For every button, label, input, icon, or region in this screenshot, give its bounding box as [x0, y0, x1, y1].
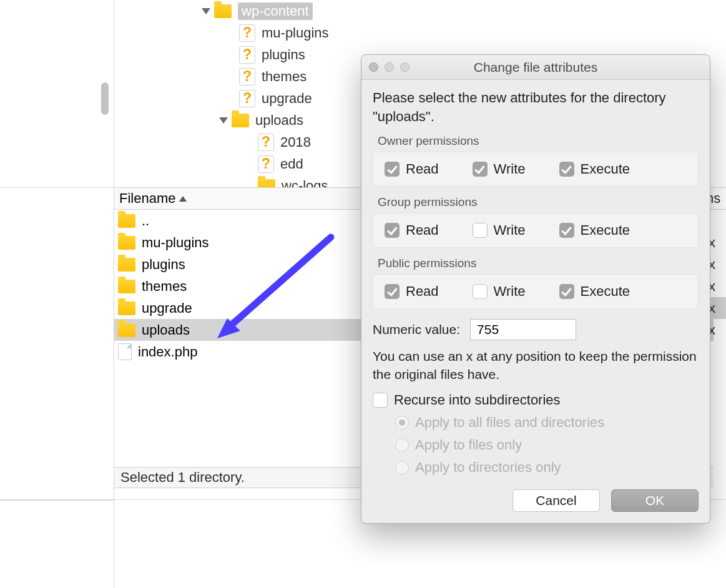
tree-label: plugins — [262, 47, 305, 63]
public-write-checkbox[interactable]: Write — [473, 283, 526, 300]
folder-icon — [232, 114, 249, 127]
tree-label: 2018 — [280, 134, 311, 150]
unknown-file-icon — [258, 155, 274, 173]
radio-icon — [395, 416, 409, 429]
numeric-hint: You can use an x at any position to keep… — [373, 348, 699, 383]
public-permissions-group: Public permissions Read Write Execute — [373, 254, 699, 309]
numeric-value-label: Numeric value: — [373, 322, 460, 337]
file-icon — [118, 343, 132, 360]
owner-permissions-group: Owner permissions Read Write Execute — [373, 132, 699, 187]
folder-icon — [118, 323, 135, 337]
column-header-filename[interactable]: Filename — [119, 190, 175, 207]
numeric-value-input[interactable] — [470, 319, 576, 340]
status-text: Selected 1 directory. — [120, 469, 245, 486]
tree-label: mu-plugins — [262, 25, 329, 41]
folder-icon — [214, 4, 232, 18]
checkbox-icon — [559, 284, 574, 299]
folder-icon — [118, 280, 135, 293]
group-label: Owner permissions — [373, 132, 699, 152]
sort-ascending-icon — [179, 196, 187, 202]
owner-read-checkbox[interactable]: Read — [385, 161, 439, 177]
checkbox-icon — [385, 223, 400, 238]
public-execute-checkbox[interactable]: Execute — [559, 283, 630, 300]
scrollbar-thumb[interactable] — [101, 82, 109, 115]
radio-icon — [395, 461, 409, 474]
owner-write-checkbox[interactable]: Write — [473, 161, 526, 177]
radio-apply-all: Apply to all files and directories — [395, 414, 699, 431]
checkbox-icon — [559, 162, 574, 177]
group-execute-checkbox[interactable]: Execute — [559, 222, 630, 238]
file-name: index.php — [138, 344, 197, 360]
group-write-checkbox[interactable]: Write — [473, 222, 526, 238]
tree-item-wp-content[interactable]: wp-content — [114, 0, 714, 22]
unknown-file-icon — [239, 90, 255, 107]
radio-icon — [395, 438, 409, 452]
checkbox-icon — [559, 223, 574, 238]
chevron-down-icon[interactable] — [202, 8, 210, 14]
unknown-file-icon — [239, 68, 255, 86]
file-name: uploads — [142, 322, 190, 338]
unknown-file-icon — [239, 46, 255, 64]
group-label: Group permissions — [373, 193, 699, 213]
group-label: Public permissions — [373, 254, 699, 274]
radio-apply-files: Apply to files only — [395, 437, 699, 453]
unknown-file-icon — [258, 134, 274, 151]
dialog-title: Change file attributes — [361, 60, 710, 75]
checkbox-icon — [473, 162, 488, 177]
recurse-mode-radios: Apply to all files and directories Apply… — [373, 414, 699, 476]
recurse-checkbox[interactable]: Recurse into subdirectories — [373, 392, 699, 408]
owner-execute-checkbox[interactable]: Execute — [559, 161, 630, 177]
ok-button[interactable]: OK — [611, 489, 699, 512]
radio-apply-dirs: Apply to directories only — [395, 459, 699, 476]
group-read-checkbox[interactable]: Read — [385, 222, 439, 238]
folder-icon — [118, 258, 135, 272]
dialog-titlebar[interactable]: Change file attributes — [361, 55, 710, 80]
file-name: themes — [142, 278, 187, 295]
tree-label: edd — [280, 156, 303, 172]
tree-label: themes — [262, 69, 307, 85]
chevron-down-icon[interactable] — [219, 117, 228, 124]
checkbox-icon — [385, 162, 400, 177]
folder-icon — [118, 301, 135, 315]
public-read-checkbox[interactable]: Read — [385, 283, 439, 300]
recurse-label: Recurse into subdirectories — [394, 392, 561, 408]
tree-label: wp-content — [238, 2, 313, 20]
unknown-file-icon — [239, 24, 255, 42]
group-permissions-group: Group permissions Read Write Execute — [373, 193, 699, 248]
tree-label: upgrade — [262, 91, 312, 107]
file-name: mu-plugins — [142, 235, 209, 251]
file-name: .. — [142, 213, 149, 229]
checkbox-icon — [473, 223, 488, 238]
tree-label: uploads — [255, 112, 303, 129]
checkbox-icon — [385, 284, 400, 299]
folder-icon — [118, 236, 135, 250]
file-name: upgrade — [142, 300, 192, 316]
checkbox-icon — [373, 393, 388, 408]
file-name: plugins — [142, 257, 185, 273]
dialog-instruction: Please select the new attributes for the… — [373, 89, 699, 125]
folder-icon — [118, 214, 135, 228]
checkbox-icon — [473, 284, 488, 299]
divider — [0, 500, 114, 501]
tree-item-mu-plugins[interactable]: mu-plugins — [114, 22, 714, 44]
change-attributes-dialog: Change file attributes Please select the… — [361, 54, 710, 524]
cancel-button[interactable]: Cancel — [513, 489, 600, 512]
